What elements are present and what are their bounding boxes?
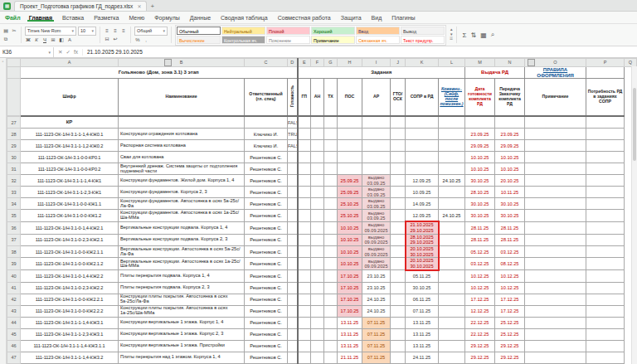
cell-need-37[interactable]	[586, 234, 625, 245]
menu-tab-7[interactable]: Сводная таблица	[219, 14, 270, 22]
cell-kozh-34[interactable]	[439, 198, 465, 210]
cell-tr-33[interactable]: 10.11.25	[495, 187, 525, 198]
cell-need-28[interactable]	[586, 129, 625, 140]
cell-name-42[interactable]: Конструкции плиты покрытия. Автостоянка …	[119, 294, 245, 305]
cell-tr-46[interactable]: 29.12.25	[495, 340, 525, 352]
cell-gp-46[interactable]	[298, 340, 311, 352]
cell-sopr-32[interactable]: 12.09.25	[406, 175, 439, 187]
cell-th-32[interactable]	[324, 175, 338, 187]
cell-code-41[interactable]: 111-1123-ОК-1/Н-3.1-0-2,3-КЖ2.2	[21, 282, 119, 294]
cell-rd-39[interactable]: 03.12.25	[465, 258, 495, 270]
column-header-G[interactable]: G	[324, 59, 338, 67]
menu-tab-8[interactable]: Совместная работа	[276, 14, 333, 22]
cell-kozh-47[interactable]	[439, 352, 465, 363]
cell-gp-28[interactable]	[298, 129, 311, 140]
cell-tr-47[interactable]: 29.12.25	[495, 352, 525, 363]
cell-sopr-36[interactable]: 21.10.2025 29.10.2025	[406, 221, 439, 234]
cut-icon[interactable]: ✂	[11, 27, 17, 35]
cell-ready-41[interactable]	[288, 282, 298, 294]
cell-name-39[interactable]: Вертикальные конструкции. Автостоянка в …	[119, 258, 245, 270]
cell-gp-39[interactable]	[298, 258, 311, 270]
cell-tr-44[interactable]: 25.12.25	[495, 317, 525, 328]
cell-gto-29[interactable]	[391, 140, 406, 152]
cell-ready-36[interactable]	[288, 221, 298, 234]
cell-name-36[interactable]: Вертикальные конструкции подвала. Корпус…	[119, 221, 245, 234]
cell-ar-43[interactable]: 24.10.25	[362, 305, 391, 317]
cell-th-43[interactable]	[324, 305, 338, 317]
column-header-N[interactable]: N	[495, 59, 525, 67]
cell-name-43[interactable]: Конструкции плиты покрытия. Автостоянка …	[119, 305, 245, 317]
cell-an-31[interactable]	[311, 163, 324, 175]
underline-icon[interactable]: Ч	[41, 36, 48, 44]
cell-pos-42[interactable]: 17.10.25	[338, 294, 362, 305]
cell-name-31[interactable]: Внутренний дренаж. Система защиты от под…	[119, 163, 245, 175]
cell-note-28[interactable]	[525, 129, 586, 140]
cell-rd-41[interactable]: 10.12.25	[465, 282, 495, 294]
cell-kozh-30[interactable]	[439, 152, 465, 163]
cell-gto-43[interactable]	[391, 305, 406, 317]
cell-kozh-45[interactable]	[439, 328, 465, 340]
cell-name-40[interactable]: Плиты перекрытия подвала. Корпуса 1, 4	[119, 270, 245, 283]
row-header-31[interactable]: 31	[7, 163, 21, 175]
style-chip-1[interactable]: Обычный	[177, 27, 221, 35]
cell-th-44[interactable]	[324, 317, 338, 328]
cell-code-31[interactable]: 111-1123-ОК-1/Н-3.1-0-0-КР0.2	[21, 163, 119, 175]
cell-ar-33[interactable]: выдано 03.09.25	[362, 187, 391, 198]
cell-th-37[interactable]	[324, 234, 338, 245]
cell-resp-27[interactable]	[245, 116, 288, 129]
cell-an-28[interactable]	[311, 129, 324, 140]
align-left-icon[interactable]: ≡	[104, 27, 110, 35]
cell-sopr-29[interactable]	[406, 140, 439, 152]
cell-note-43[interactable]	[525, 305, 586, 317]
cell-kozh-37[interactable]	[439, 234, 465, 245]
cell-note-46[interactable]	[525, 340, 586, 352]
cell-name-27[interactable]	[119, 116, 245, 129]
menu-file[interactable]: Файл	[5, 15, 21, 21]
cell-code-37[interactable]: 111-1123-ОК-1/Н-3.1-0-2,3-КЖ2.1	[21, 234, 119, 245]
autosum-icon[interactable]: Σ	[462, 32, 466, 39]
cell-note-33[interactable]	[525, 187, 586, 198]
cell-need-41[interactable]	[586, 282, 625, 294]
cell-pos-36[interactable]: 10.10.25	[338, 221, 362, 234]
cell-sopr-41[interactable]: 30.10.25	[406, 282, 439, 294]
split-handle[interactable]	[528, 59, 535, 66]
cell-kozh-32[interactable]: 24.10.25	[439, 175, 465, 187]
cell-resp-33[interactable]: Решетников С.	[245, 187, 288, 198]
cell-th-45[interactable]	[324, 328, 338, 340]
cell-tr-41[interactable]: 10.12.25	[495, 282, 525, 294]
cell-code-35[interactable]: 111-1123-ОК-1/Н-3.1-0-0-КЖ1.2	[21, 210, 119, 222]
cell-ar-45[interactable]: 07.11.25	[362, 328, 391, 340]
cell-gp-35[interactable]	[298, 210, 311, 222]
cell-rd-43[interactable]: 12.12.25	[465, 305, 495, 317]
column-header-Q[interactable]: Q	[625, 59, 637, 67]
sort-filter-icon[interactable]: ⇅	[470, 32, 476, 39]
column-header-E[interactable]: E	[298, 59, 311, 67]
style-chip-8[interactable]: Контрольная яч.	[221, 36, 265, 44]
cell-ready-31[interactable]	[288, 163, 298, 175]
cell-need-42[interactable]	[586, 294, 625, 305]
cell-gp-40[interactable]	[298, 270, 311, 283]
cell-ar-29[interactable]	[362, 140, 391, 152]
cell-sopr-35[interactable]: 12.09.25	[406, 210, 439, 222]
cell-kozh-42[interactable]	[439, 294, 465, 305]
cell-pos-31[interactable]	[338, 163, 362, 175]
cell-need-39[interactable]	[586, 258, 625, 270]
cell-rd-34[interactable]: 30.10.25	[465, 198, 495, 210]
column-header-I[interactable]: I	[362, 59, 391, 67]
cell-kozh-43[interactable]	[439, 305, 465, 317]
cell-kozh-28[interactable]	[439, 129, 465, 140]
column-header-D[interactable]: D	[288, 59, 298, 67]
cell-resp-39[interactable]: Решетников С.	[245, 258, 288, 270]
cell-pos-41[interactable]: 17.10.25	[338, 282, 362, 294]
cell-resp-45[interactable]: Решетников С.	[245, 328, 288, 340]
cell-gto-44[interactable]	[391, 317, 406, 328]
cell-ready-35[interactable]	[288, 210, 298, 222]
cell-gto-39[interactable]	[391, 258, 406, 270]
cell-pos-27[interactable]	[338, 116, 362, 129]
row-header-41[interactable]: 41	[7, 282, 21, 294]
cell-code-44[interactable]: 111-1123-ОК-1/Н-3.1-1-1,4-КЖ3.1	[21, 317, 119, 328]
font-name-select[interactable]: Times New Rom ▾	[25, 27, 76, 36]
menu-tab-11[interactable]: Плагины	[390, 14, 416, 22]
cell-rd-40[interactable]: 10.12.25	[465, 270, 495, 283]
cell-ready-30[interactable]	[288, 152, 298, 163]
